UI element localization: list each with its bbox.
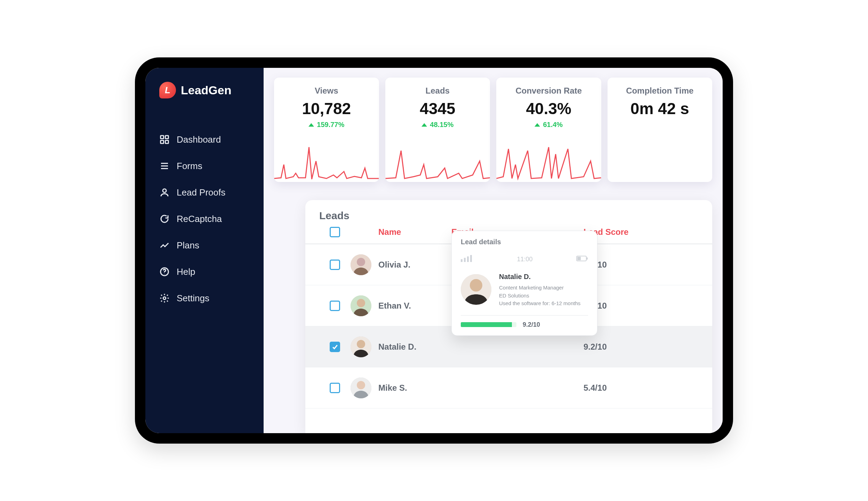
score-bar bbox=[461, 322, 516, 327]
sidebar-item-label: Settings bbox=[177, 293, 209, 304]
sidebar-item-help[interactable]: Help bbox=[159, 259, 264, 285]
row-checkbox[interactable] bbox=[330, 301, 340, 311]
trend-up-icon bbox=[535, 123, 540, 127]
trend-up-icon bbox=[308, 123, 314, 127]
column-header-name[interactable]: Name bbox=[378, 227, 451, 237]
stat-label: Views bbox=[278, 86, 376, 96]
sparkline bbox=[274, 140, 379, 182]
gear-icon bbox=[159, 293, 170, 303]
lead-name: Olivia J. bbox=[378, 260, 451, 270]
forms-icon bbox=[159, 161, 170, 171]
sidebar-nav: Dashboard Forms Lead Proofs bbox=[145, 126, 264, 311]
stat-change-value: 61.4% bbox=[543, 121, 563, 129]
help-icon bbox=[159, 267, 170, 277]
sidebar-item-label: Plans bbox=[177, 240, 199, 251]
detail-score-row: 9.2/10 bbox=[461, 321, 588, 328]
row-checkbox[interactable] bbox=[330, 260, 340, 270]
sidebar-item-label: Forms bbox=[177, 161, 202, 172]
svg-rect-21 bbox=[577, 257, 581, 260]
lead-score: 9.1/10 bbox=[584, 301, 698, 311]
brand-name: LeadGen bbox=[181, 84, 231, 97]
sidebar-item-label: ReCaptcha bbox=[177, 214, 222, 224]
lead-name: Ethan V. bbox=[378, 301, 451, 311]
leads-panel: Leads Name Email Lead Score Olivia J. bbox=[305, 200, 712, 433]
svg-rect-1 bbox=[166, 136, 169, 139]
sparkline bbox=[385, 140, 490, 182]
row-checkbox[interactable] bbox=[330, 383, 340, 393]
sparkline bbox=[496, 140, 601, 182]
detail-score-value: 9.2/10 bbox=[523, 321, 540, 328]
brand: L LeadGen bbox=[145, 82, 264, 98]
stat-value: 10,782 bbox=[278, 99, 376, 118]
detail-name: Natalie D. bbox=[499, 271, 580, 282]
avatar bbox=[351, 295, 371, 316]
stat-value: 0m 42 s bbox=[611, 99, 709, 118]
dashboard-icon bbox=[159, 134, 170, 145]
stat-value: 4345 bbox=[389, 99, 487, 118]
sidebar-item-settings[interactable]: Settings bbox=[159, 285, 264, 311]
app-screen: L LeadGen Dashboard Forms bbox=[145, 68, 723, 433]
lead-name: Natalie D. bbox=[378, 342, 451, 352]
stats-row: Views 10,782 159.77% Leads 4345 bbox=[274, 78, 712, 182]
svg-rect-2 bbox=[161, 141, 164, 144]
brand-logo: L bbox=[159, 82, 176, 98]
sidebar-item-lead-proofs[interactable]: Lead Proofs bbox=[159, 179, 264, 206]
detail-role: Content Marketing Manager bbox=[499, 284, 580, 292]
stat-label: Completion Time bbox=[611, 86, 709, 96]
sidebar-item-recaptcha[interactable]: ReCaptcha bbox=[159, 206, 264, 232]
popover-title: Lead details bbox=[461, 238, 588, 246]
refresh-icon bbox=[159, 214, 170, 224]
detail-usage: Used the software for: 6-12 months bbox=[499, 300, 580, 308]
stat-label: Conversion Rate bbox=[500, 86, 598, 96]
sidebar-item-label: Dashboard bbox=[177, 134, 221, 145]
sidebar-item-dashboard[interactable]: Dashboard bbox=[159, 126, 264, 153]
lead-row[interactable]: Mike S. 5.4/10 bbox=[305, 367, 712, 408]
svg-point-10 bbox=[163, 297, 166, 300]
status-time: 11:00 bbox=[517, 256, 532, 263]
avatar bbox=[461, 274, 491, 305]
svg-rect-3 bbox=[166, 141, 169, 144]
leads-title: Leads bbox=[305, 210, 712, 223]
stat-card-conversion-rate: Conversion Rate 40.3% 61.4% bbox=[496, 78, 601, 182]
sidebar: L LeadGen Dashboard Forms bbox=[145, 68, 264, 433]
stat-label: Leads bbox=[389, 86, 487, 96]
avatar bbox=[351, 254, 371, 275]
stat-value: 40.3% bbox=[500, 99, 598, 118]
detail-company: ED Solutions bbox=[499, 292, 580, 300]
lead-detail-popover: Lead details 11:00 bbox=[451, 231, 597, 336]
lead-score: 7.8/10 bbox=[584, 260, 698, 270]
sidebar-item-label: Help bbox=[177, 267, 195, 277]
divider bbox=[461, 315, 588, 316]
avatar bbox=[351, 336, 371, 357]
battery-icon bbox=[576, 255, 588, 263]
svg-rect-0 bbox=[161, 136, 164, 139]
lead-detail-text: Natalie D. Content Marketing Manager ED … bbox=[499, 271, 580, 308]
select-all-checkbox[interactable] bbox=[330, 227, 340, 237]
svg-point-16 bbox=[357, 340, 365, 348]
column-header-score[interactable]: Lead Score bbox=[584, 227, 698, 237]
person-icon bbox=[159, 187, 170, 198]
sidebar-item-plans[interactable]: Plans bbox=[159, 232, 264, 259]
trend-up-icon bbox=[421, 123, 427, 127]
svg-point-23 bbox=[470, 279, 482, 292]
lead-name: Mike S. bbox=[378, 383, 451, 393]
chart-line-icon bbox=[159, 240, 170, 250]
svg-point-18 bbox=[357, 381, 365, 389]
stat-change: 61.4% bbox=[500, 121, 598, 129]
stat-change: 159.77% bbox=[278, 121, 376, 129]
signal-icon bbox=[461, 255, 473, 264]
main-content: Views 10,782 159.77% Leads 4345 bbox=[264, 68, 723, 433]
stat-change-value: 159.77% bbox=[317, 121, 344, 129]
stat-card-views: Views 10,782 159.77% bbox=[274, 78, 379, 182]
row-checkbox[interactable] bbox=[330, 342, 340, 352]
sidebar-item-label: Lead Proofs bbox=[177, 187, 225, 198]
device-status-bar: 11:00 bbox=[461, 255, 588, 264]
lead-score: 5.4/10 bbox=[584, 383, 698, 393]
stat-change-value: 48.15% bbox=[430, 121, 453, 129]
sidebar-item-forms[interactable]: Forms bbox=[159, 153, 264, 179]
stat-change: 48.15% bbox=[389, 121, 487, 129]
lead-score: 9.2/10 bbox=[584, 342, 698, 352]
svg-point-9 bbox=[164, 274, 165, 275]
stat-card-leads: Leads 4345 48.15% bbox=[385, 78, 490, 182]
tablet-frame: L LeadGen Dashboard Forms bbox=[135, 57, 733, 444]
